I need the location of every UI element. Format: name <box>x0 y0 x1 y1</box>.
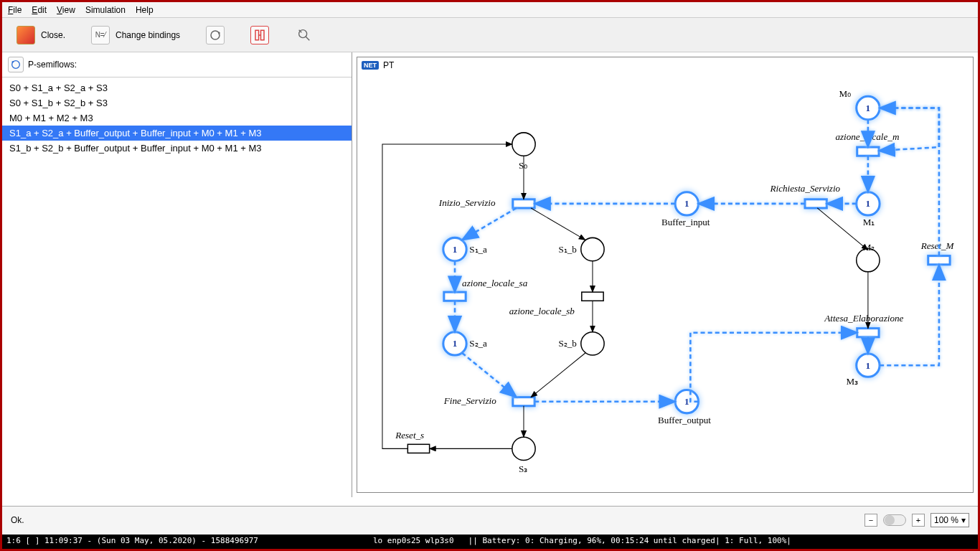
trans-attesa-label: Attesa_Elaborazione <box>824 313 903 324</box>
place-m2-label: M₂ <box>863 242 875 253</box>
change-bindings-label: Change bindings <box>116 30 180 40</box>
right-panel: NET PT S₀ 1S₁_a S₁_b 1S₂_a S₂_b S₃ 1Buff… <box>352 52 978 497</box>
close-label: Close. <box>41 30 65 40</box>
bottombar-right: || Battery: 0: Charging, 96%, 00:15:24 u… <box>468 536 791 547</box>
canvas-title-bar: NET PT <box>362 60 394 70</box>
menu-view[interactable]: View <box>57 5 75 15</box>
change-bindings-button[interactable]: N=⁄ Change bindings <box>87 23 184 47</box>
place-m0-label: M₀ <box>839 88 851 99</box>
trans-inizio-label: Inizio_Servizio <box>438 197 496 208</box>
zoom-out-button[interactable]: − <box>864 514 877 527</box>
refresh-icon <box>206 26 225 44</box>
left-panel-title: P-semiflows: <box>28 60 77 70</box>
place-s0-label: S₀ <box>519 160 527 171</box>
svg-rect-29 <box>857 147 879 156</box>
place-bufin-label: Buffer_input <box>661 217 710 227</box>
svg-rect-25 <box>444 292 466 301</box>
left-panel-header: P-semiflows: <box>2 52 352 77</box>
left-panel: P-semiflows: S0 + S1_a + S2_a + S3 S0 + … <box>2 52 352 497</box>
semiflow-list[interactable]: S0 + S1_a + S2_a + S3 S0 + S1_b + S2_b +… <box>2 77 352 497</box>
petri-net-diagram[interactable]: S₀ 1S₁_a S₁_b 1S₂_a S₂_b S₃ 1Buffer_inpu… <box>357 72 973 492</box>
svg-rect-24 <box>513 199 534 208</box>
svg-point-12 <box>512 437 535 460</box>
place-bufout-label: Buffer_output <box>658 415 711 425</box>
tool-button-1[interactable] <box>202 23 229 47</box>
content-area: P-semiflows: S0 + S1_a + S2_a + S3 S0 + … <box>2 52 978 497</box>
list-item[interactable]: S0 + S1_a + S2_a + S3 <box>2 80 352 95</box>
trans-azsb-label: azione_locale_sb <box>509 306 575 316</box>
menu-sim[interactable]: Simulation <box>85 5 126 15</box>
swap-icon <box>250 26 269 44</box>
bindings-icon: N=⁄ <box>91 26 110 44</box>
place-m1-label: M₁ <box>863 217 875 227</box>
place-s1b-label: S₁_b <box>558 244 577 255</box>
list-item[interactable]: M0 + M1 + M2 + M3 <box>2 110 352 126</box>
place-s2a-label: S₂_a <box>469 338 487 349</box>
bottombar-center: lo enp0s25 wlp3s0 <box>373 536 454 547</box>
trans-fine-label: Fine_Servizio <box>443 395 496 406</box>
list-item[interactable]: S1_a + S2_a + Buffer_output + Buffer_inp… <box>2 126 352 141</box>
menubar: File Edit View Simulation Help <box>2 2 978 18</box>
svg-text:1: 1 <box>684 198 689 209</box>
trans-resetm-label: Reset_M <box>920 240 955 251</box>
svg-rect-1 <box>255 30 259 40</box>
system-bottom-bar: 1:6 [ ] 11:09:37 - (Sun 03 May, 05.2020)… <box>2 534 978 549</box>
svg-text:1: 1 <box>453 244 458 255</box>
svg-rect-27 <box>513 397 534 406</box>
zoom-in-button[interactable]: + <box>912 514 925 527</box>
close-button[interactable]: Close. <box>12 23 70 47</box>
zoom-value: 100 % <box>934 515 958 525</box>
svg-text:1: 1 <box>866 103 871 113</box>
place-m3-label: M₃ <box>847 376 859 387</box>
svg-text:1: 1 <box>453 338 458 349</box>
trans-resets-label: Reset_s <box>395 430 424 441</box>
trans-azsa-label: azione_locale_sa <box>462 278 528 288</box>
toolbar: Close. N=⁄ Change bindings <box>2 18 978 52</box>
zoom-toggle[interactable] <box>883 514 906 526</box>
svg-rect-31 <box>857 329 879 337</box>
place-s2b-label: S₂_b <box>558 338 577 349</box>
svg-text:1: 1 <box>866 360 871 371</box>
menu-edit[interactable]: Edit <box>32 5 47 15</box>
net-badge-icon: NET <box>362 61 379 70</box>
svg-rect-2 <box>261 30 265 40</box>
canvas-title: PT <box>383 60 394 70</box>
zoom-controls: − + 100 % ▾ <box>864 513 969 527</box>
tool-button-3[interactable] <box>291 23 318 47</box>
svg-rect-30 <box>805 199 826 208</box>
svg-text:1: 1 <box>866 198 871 209</box>
place-s3-label: S₃ <box>519 463 527 474</box>
svg-text:1: 1 <box>684 396 689 407</box>
svg-rect-32 <box>928 256 950 265</box>
trans-rich-label: Richiesta_Servizio <box>770 183 841 194</box>
status-bar: Ok. − + 100 % ▾ <box>2 506 978 533</box>
list-item[interactable]: S1_b + S2_b + Buffer_output + Buffer_inp… <box>2 141 352 156</box>
svg-point-5 <box>512 133 535 156</box>
semiflow-icon <box>8 57 24 72</box>
chevron-down-icon: ▾ <box>961 515 966 525</box>
list-item[interactable]: S0 + S1_b + S2_b + S3 <box>2 95 352 110</box>
place-s1a-label: S₁_a <box>469 244 487 255</box>
tool-button-2[interactable] <box>246 23 273 47</box>
menu-help[interactable]: Help <box>136 5 154 15</box>
zoom-select[interactable]: 100 % ▾ <box>930 513 969 527</box>
canvas-frame[interactable]: NET PT S₀ 1S₁_a S₁_b 1S₂_a S₂_b S₃ 1Buff… <box>357 57 974 493</box>
close-icon <box>17 26 35 44</box>
svg-point-11 <box>581 332 604 355</box>
status-text: Ok. <box>11 515 24 525</box>
svg-rect-26 <box>582 292 603 301</box>
bottombar-left: 1:6 [ ] 11:09:37 - (Sun 03 May, 05.2020)… <box>6 536 258 547</box>
svg-point-8 <box>581 237 604 260</box>
svg-rect-28 <box>407 444 429 453</box>
measure-icon <box>295 26 314 44</box>
menu-file[interactable]: File <box>8 5 22 15</box>
